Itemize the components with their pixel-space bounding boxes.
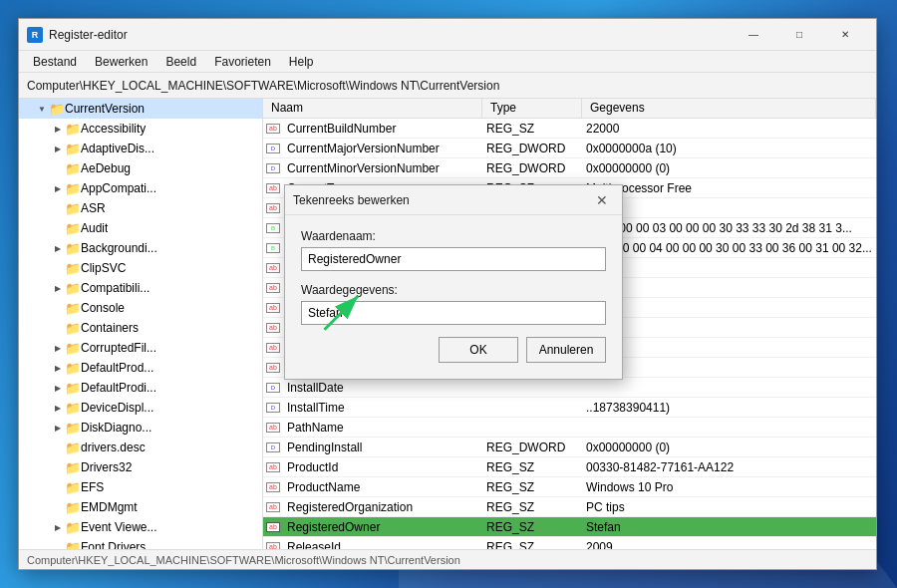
tree-item-defaultprod[interactable]: ▶ 📁 DefaultProd... — [19, 358, 262, 378]
table-row-registered-owner[interactable]: ab RegisteredOwner REG_SZ Stefan — [263, 517, 876, 537]
table-row[interactable]: D InstallDate — [263, 378, 876, 398]
reg-ab-icon: ab — [266, 462, 280, 472]
tree-item-fontdrivers[interactable]: 📁 Font Drivers — [19, 537, 262, 549]
tree-arrow — [51, 540, 65, 549]
value-type: REG_SZ — [482, 480, 582, 494]
table-row[interactable]: ab ReleaseId REG_SZ 2009 — [263, 537, 876, 549]
reg-ab-icon: ab — [266, 423, 280, 433]
dialog-cancel-button[interactable]: Annuleren — [526, 337, 606, 363]
minimize-button[interactable]: — — [731, 19, 776, 51]
reg-ab-icon: ab — [266, 303, 280, 313]
tree-item-devicedispl[interactable]: ▶ 📁 DeviceDispl... — [19, 398, 262, 418]
col-header-naam[interactable]: Naam — [263, 99, 482, 118]
reg-dword-icon: D — [266, 383, 280, 393]
tree-item-diskdiagno[interactable]: ▶ 📁 DiskDiagno... — [19, 418, 262, 438]
table-row[interactable]: ab RegisteredOrganization REG_SZ PC tips — [263, 497, 876, 517]
reg-dword-icon: D — [266, 163, 280, 173]
reg-ab-icon: ab — [266, 343, 280, 353]
value-naam: ProductName — [283, 480, 482, 494]
tree-item-accessibility[interactable]: ▶ 📁 Accessibility — [19, 119, 262, 139]
col-header-type[interactable]: Type — [482, 99, 582, 118]
folder-icon: 📁 — [65, 401, 81, 416]
address-path[interactable]: Computer\HKEY_LOCAL_MACHINE\SOFTWARE\Mic… — [27, 79, 499, 93]
table-row[interactable]: ab ProductId REG_SZ 00330-81482-77161-AA… — [263, 457, 876, 477]
tree-item-asr[interactable]: 📁 ASR — [19, 198, 262, 218]
maximize-button[interactable]: □ — [776, 19, 822, 51]
dialog-body: Waardenaam: Waardegegevens: OK Annuleren — [285, 215, 622, 379]
menu-bar: Bestand Bewerken Beeld Favorieten Help — [19, 51, 876, 73]
folder-icon: 📁 — [65, 261, 81, 276]
dialog-input-name[interactable] — [301, 247, 606, 271]
tree-arrow — [51, 301, 65, 315]
close-button[interactable]: ✕ — [822, 19, 868, 51]
value-naam: CurrentMinorVersionNumber — [283, 161, 482, 175]
value-type: REG_DWORD — [482, 142, 582, 155]
tree-item-eventviewer[interactable]: ▶ 📁 Event Viewe... — [19, 517, 262, 537]
tree-arrow — [51, 460, 65, 474]
value-naam: ProductId — [283, 460, 482, 474]
tree-arrow: ▶ — [51, 122, 65, 136]
tree-item-clipsvc[interactable]: 📁 ClipSVC — [19, 258, 262, 278]
tree-item-compatibility[interactable]: ▶ 📁 Compatibili... — [19, 278, 262, 298]
value-naam: RegisteredOwner — [283, 520, 482, 534]
dialog-label-data: Waardegegevens: — [301, 283, 606, 297]
reg-ab-icon: ab — [266, 323, 280, 333]
table-row[interactable]: D CurrentMinorVersionNumber REG_DWORD 0x… — [263, 158, 876, 178]
value-naam: InstallTime — [283, 401, 482, 415]
tree-item-efs[interactable]: 📁 EFS — [19, 477, 262, 497]
tree-item-audit[interactable]: 📁 Audit — [19, 218, 262, 238]
tree-item-defaultprodi[interactable]: ▶ 📁 DefaultProdi... — [19, 378, 262, 398]
value-data: 0x0000000a (10) — [582, 142, 876, 155]
tree-arrow: ▶ — [51, 341, 65, 355]
dialog-input-data[interactable] — [301, 301, 606, 325]
value-naam: ReleaseId — [283, 540, 482, 550]
table-row[interactable]: D PendingInstall REG_DWORD 0x00000000 (0… — [263, 438, 876, 457]
reg-ab-icon: ab — [266, 203, 280, 213]
reg-dword-icon: D — [266, 403, 280, 413]
col-header-gegevens[interactable]: Gegevens — [582, 99, 876, 118]
value-type: REG_SZ — [482, 540, 582, 550]
tree-item-aedebug[interactable]: 📁 AeDebug — [19, 158, 262, 178]
tree-item-appcompat[interactable]: ▶ 📁 AppCompati... — [19, 178, 262, 198]
tree-arrow — [51, 500, 65, 514]
tree-item-driversdesc[interactable]: 📁 drivers.desc — [19, 438, 262, 457]
tree-item-emdmgmt[interactable]: 📁 EMDMgmt — [19, 497, 262, 517]
tree-item-drivers32[interactable]: 📁 Drivers32 — [19, 457, 262, 477]
tree-panel[interactable]: ▼ 📁 CurrentVersion ▶ 📁 Accessibility ▶ — [19, 99, 263, 549]
table-row[interactable]: ab ProductName REG_SZ Windows 10 Pro — [263, 477, 876, 497]
reg-ab-icon: ab — [266, 522, 280, 532]
menu-help[interactable]: Help — [281, 53, 322, 71]
tree-arrow — [51, 161, 65, 175]
table-row[interactable]: D CurrentMajorVersionNumber REG_DWORD 0x… — [263, 139, 876, 158]
folder-icon: 📁 — [65, 321, 81, 336]
value-type: REG_SZ — [482, 460, 582, 474]
menu-bestand[interactable]: Bestand — [25, 53, 85, 71]
tree-item-containers[interactable]: 📁 Containers — [19, 318, 262, 338]
menu-bewerken[interactable]: Bewerken — [87, 53, 155, 71]
tree-arrow: ▶ — [51, 421, 65, 435]
table-row[interactable]: ab CurrentBuildNumber REG_SZ 22000 — [263, 119, 876, 139]
reg-dword-icon: D — [266, 442, 280, 452]
address-bar: Computer\HKEY_LOCAL_MACHINE\SOFTWARE\Mic… — [19, 73, 876, 99]
tree-item-currentversion[interactable]: ▼ 📁 CurrentVersion — [19, 99, 262, 119]
value-naam: CurrentMajorVersionNumber — [283, 142, 482, 155]
tree-item-console[interactable]: 📁 Console — [19, 298, 262, 318]
menu-favorieten[interactable]: Favorieten — [206, 53, 279, 71]
value-type: REG_DWORD — [482, 441, 582, 454]
table-row[interactable]: D InstallTime ..18738390411) — [263, 398, 876, 418]
tree-item-adaptivedis[interactable]: ▶ 📁 AdaptiveDis... — [19, 139, 262, 158]
folder-icon: 📁 — [65, 520, 81, 535]
tree-item-backgroundi[interactable]: ▶ 📁 Backgroundi... — [19, 238, 262, 258]
table-row[interactable]: ab PathName — [263, 418, 876, 438]
value-type: REG_SZ — [482, 500, 582, 514]
dialog-ok-button[interactable]: OK — [439, 337, 518, 363]
folder-icon: 📁 — [65, 122, 81, 137]
menu-beeld[interactable]: Beeld — [157, 53, 204, 71]
dialog-close-button[interactable]: ✕ — [590, 188, 614, 212]
dialog-buttons: OK Annuleren — [301, 337, 606, 367]
edit-string-dialog: Tekenreeks bewerken ✕ Waardenaam: Waarde… — [284, 184, 623, 380]
tree-item-corruptedfil[interactable]: ▶ 📁 CorruptedFil... — [19, 338, 262, 358]
window-controls: — □ ✕ — [731, 19, 868, 51]
reg-ab-icon: ab — [266, 183, 280, 193]
tree-arrow: ▶ — [51, 520, 65, 534]
